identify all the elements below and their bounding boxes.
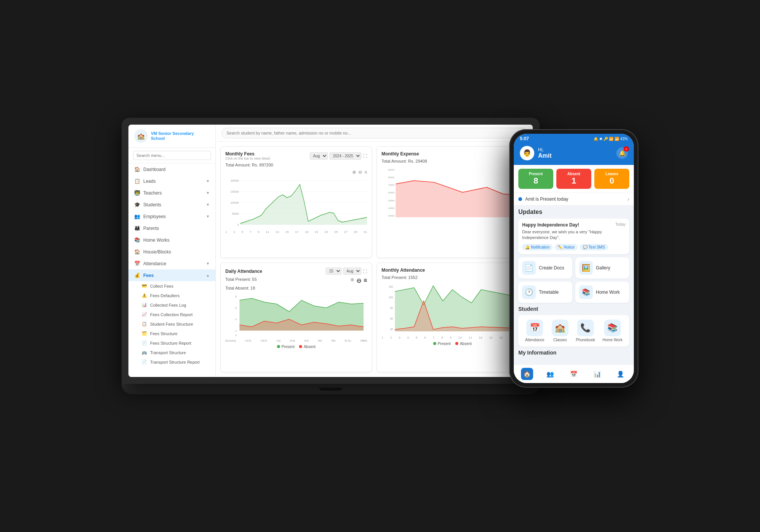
monthly-fees-chart-area: 200000 150000 100000 50000 0	[225, 176, 367, 230]
phone-header: 👨 Hi, Amit 🔔 0	[514, 143, 634, 165]
sidebar-item-houseblocks[interactable]: 🏠House/Blocks	[128, 246, 215, 258]
monthly-attendance-legend: Present Absent	[382, 342, 523, 346]
blue-dot-icon	[518, 197, 522, 201]
chart-zoom-plus[interactable]: ⊕	[352, 169, 356, 175]
svg-text:0: 0	[506, 218, 508, 219]
svg-marker-18	[396, 180, 523, 217]
home-nav-icon: 🏠	[521, 368, 533, 380]
sidebar-sub-fees-defaulters[interactable]: ⚠️ Fees Defaulters	[128, 291, 215, 300]
daily-attendance-title: Daily Attendance	[225, 269, 262, 274]
student-attendance-item[interactable]: 📅 Attendance	[525, 320, 545, 342]
sidebar-item-teachers[interactable]: 👨‍🏫Teachers ▼	[128, 187, 215, 199]
da-zoom-plus[interactable]: ⊕	[350, 277, 354, 284]
svg-text:6: 6	[235, 307, 237, 309]
monthly-fees-year-select[interactable]: 2024 - 2025	[329, 152, 361, 160]
sidebar-item-dashboard[interactable]: 🏠Dashboard	[128, 163, 215, 175]
svg-text:100000: 100000	[231, 201, 239, 204]
svg-text:3000: 3000	[388, 214, 395, 217]
gallery-button[interactable]: 🖼️ Gallery	[575, 257, 629, 279]
sidebar: 🏫 VM Senior Secondary School 🏠Dashboard	[128, 125, 216, 377]
bottom-nav-reports[interactable]: 📊	[591, 368, 603, 380]
daily-attendance-expand-icon[interactable]: ⛶	[363, 269, 367, 274]
svg-text:200000: 200000	[231, 179, 239, 182]
daily-attendance-total-present: Total Present: 55	[225, 277, 257, 282]
monthly-expense-chart-area: 9000 8000 7000 6000 5000 4000 3000	[382, 166, 523, 219]
phone-screen: 5:07 🔔 ✱ 🔑 📶 📶 43% 👨 Hi, Amit 🔔 0	[514, 134, 634, 383]
notice-btn[interactable]: ✏️ Notice	[555, 244, 577, 250]
student-classes-item[interactable]: 🏫 Classes	[552, 320, 568, 342]
monthly-fees-month-select[interactable]: Aug	[310, 152, 328, 160]
create-docs-button[interactable]: 📄 Create Docs	[518, 257, 572, 279]
bottom-nav-people[interactable]: 👥	[544, 368, 556, 380]
my-information-section: My Information	[514, 350, 634, 362]
phone-content: Present 8 Absent 1 Leaves 0	[514, 165, 634, 364]
sidebar-sub-transport-structure-report[interactable]: 📄 Transport Structure Report	[128, 357, 215, 367]
laptop-notch	[319, 388, 342, 391]
timetable-icon: 🕐	[522, 285, 536, 299]
monthly-fees-title: Monthly Fees	[225, 151, 271, 157]
monthly-expense-chart: Monthly Expense Total Amount: Rs. 29408 …	[377, 146, 528, 258]
svg-text:60: 60	[390, 317, 393, 320]
da-menu[interactable]: ≡	[364, 277, 367, 284]
homework-button[interactable]: 📚 Home Work	[575, 282, 629, 303]
updates-title: Updates	[518, 209, 629, 215]
sidebar-sub-student-fees-structure[interactable]: 📋 Student Fees Structure	[128, 319, 215, 329]
present-today-banner[interactable]: Amit is Present today ›	[514, 193, 634, 206]
sidebar-item-leads[interactable]: 📋Leads ▼	[128, 175, 215, 187]
sidebar-sub-transport-structure[interactable]: 🚌 Transport Structure	[128, 348, 215, 357]
update-text: Dear everyone, we wish you a very "Happy…	[522, 229, 625, 241]
present-today-arrow-icon: ›	[627, 196, 629, 202]
student-classes-icon: 🏫	[552, 320, 568, 336]
notification-btn[interactable]: 🔔 Notification	[522, 244, 553, 250]
bottom-nav-calendar[interactable]: 📅	[568, 368, 580, 380]
bottom-nav-home[interactable]: 🏠	[521, 368, 533, 380]
daily-attendance-month-select[interactable]: Aug	[343, 268, 361, 275]
sidebar-item-fees[interactable]: 💰Fees ▲	[128, 269, 215, 281]
student-homework-item[interactable]: 📚 Home Work	[603, 320, 623, 342]
svg-text:90: 90	[390, 307, 393, 309]
svg-marker-10	[240, 185, 367, 225]
notification-bell[interactable]: 🔔 0	[616, 147, 628, 159]
bottom-nav-profile[interactable]: 👤	[614, 368, 627, 380]
laptop-container: 🏫 VM Senior Secondary School 🏠Dashboard	[122, 118, 540, 414]
sidebar-item-homeworks[interactable]: 📚Home Works	[128, 234, 215, 246]
sidebar-sub-fees-structure[interactable]: 🗂️ Fees Structure	[128, 329, 215, 338]
chart-zoom-minus[interactable]: ⊖	[358, 169, 362, 175]
present-card: Present 8	[518, 169, 553, 189]
monthly-attendance-chart: Monthly Attendance Total Present: 1552 1…	[377, 263, 528, 372]
student-phonebook-item[interactable]: 📞 Phonebook	[576, 320, 595, 342]
chart-menu[interactable]: ≡	[364, 169, 367, 175]
svg-text:9000: 9000	[388, 169, 395, 171]
timetable-button[interactable]: 🕐 Timetable	[518, 282, 572, 303]
sidebar-sub-fees-collection-report[interactable]: 📈 Fees Collection Report	[128, 310, 215, 319]
reports-nav-icon: 📊	[591, 368, 603, 380]
svg-marker-38	[395, 286, 519, 331]
phone-greeting: Hi, Amit	[538, 147, 552, 159]
student-phonebook-icon: 📞	[577, 320, 594, 336]
sidebar-item-employees[interactable]: 👥Employees ▼	[128, 211, 215, 222]
daily-attendance-total-absent: Total Absent: 18	[225, 286, 367, 290]
sidebar-item-students[interactable]: 🎓Students ▼	[128, 199, 215, 211]
profile-nav-icon: 👤	[614, 368, 627, 380]
top-search-input[interactable]	[226, 131, 518, 135]
sidebar-sub-fees-structure-report[interactable]: 📄 Fees Structure Report	[128, 338, 215, 348]
updates-section: Updates Happy Independence Day! Today De…	[514, 209, 634, 254]
sidebar-item-parents[interactable]: 👨‍👩‍👧Parents	[128, 222, 215, 234]
svg-text:150000: 150000	[231, 190, 239, 193]
monthly-fees-expand-icon[interactable]: ⛶	[363, 154, 367, 158]
daily-attendance-chart: Daily Attendance 15 Aug ⛶	[220, 263, 372, 372]
laptop-base	[122, 384, 540, 394]
text-sms-btn[interactable]: 💬 Text SMS	[580, 244, 608, 250]
svg-text:120: 120	[388, 296, 393, 299]
main-content: ✕ Monthly Fees Click on the bar to view …	[216, 125, 533, 377]
svg-text:4: 4	[235, 318, 237, 321]
daily-attendance-day-select[interactable]: 15	[326, 268, 342, 275]
sidebar-sub-collect-fees[interactable]: 💳 Collect Fees	[128, 281, 215, 291]
svg-text:30: 30	[390, 328, 393, 331]
sidebar-sub-collected-fees-log[interactable]: 📊 Collected Fees Log	[128, 300, 215, 310]
sidebar-item-attendance[interactable]: 📅Attendance ▼	[128, 258, 215, 269]
avatar: 👨	[520, 146, 534, 160]
da-zoom-minus[interactable]: ⊖	[356, 277, 361, 284]
sidebar-search-input[interactable]	[133, 151, 211, 160]
laptop-body: 🏫 VM Senior Secondary School 🏠Dashboard	[122, 118, 540, 384]
